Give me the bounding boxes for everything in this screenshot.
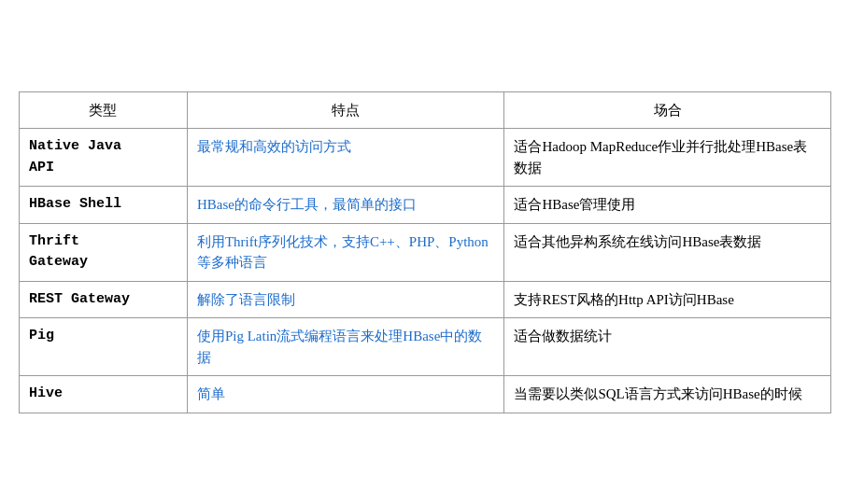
- cell-type: Native Java API: [20, 129, 188, 187]
- cell-feature: HBase的命令行工具，最简单的接口: [187, 187, 504, 224]
- cell-feature: 利用Thrift序列化技术，支持C++、PHP、Python等多种语言: [187, 223, 504, 281]
- cell-usecase: 适合HBase管理使用: [504, 187, 831, 224]
- table-row: HBase ShellHBase的命令行工具，最简单的接口适合HBase管理使用: [20, 187, 831, 224]
- cell-type: REST Gateway: [20, 281, 188, 318]
- cell-type: Hive: [20, 376, 188, 413]
- table-container: 类型 特点 场合 Native Java API最常规和高效的访问方式适合Had…: [19, 91, 831, 413]
- cell-usecase: 支持REST风格的Http API访问HBase: [504, 281, 831, 318]
- cell-type: Pig: [20, 318, 188, 376]
- table-row: Hive简单当需要以类似SQL语言方式来访问HBase的时候: [20, 376, 831, 413]
- cell-type: Thrift Gateway: [20, 223, 188, 281]
- table-row: Thrift Gateway利用Thrift序列化技术，支持C++、PHP、Py…: [20, 223, 831, 281]
- header-row: 类型 特点 场合: [20, 91, 831, 129]
- cell-usecase: 适合Hadoop MapReduce作业并行批处理HBase表数据: [504, 129, 831, 187]
- cell-feature: 最常规和高效的访问方式: [187, 129, 504, 187]
- cell-usecase: 适合其他异构系统在线访问HBase表数据: [504, 223, 831, 281]
- comparison-table: 类型 特点 场合 Native Java API最常规和高效的访问方式适合Had…: [19, 91, 831, 413]
- cell-feature: 简单: [187, 376, 504, 413]
- col-header-feature: 特点: [187, 91, 504, 129]
- table-row: REST Gateway解除了语言限制支持REST风格的Http API访问HB…: [20, 281, 831, 318]
- cell-type: HBase Shell: [20, 187, 188, 224]
- cell-feature: 解除了语言限制: [187, 281, 504, 318]
- cell-usecase: 适合做数据统计: [504, 318, 831, 376]
- col-header-type: 类型: [20, 91, 188, 129]
- col-header-usecase: 场合: [504, 91, 831, 129]
- table-row: Pig使用Pig Latin流式编程语言来处理HBase中的数据适合做数据统计: [20, 318, 831, 376]
- cell-feature: 使用Pig Latin流式编程语言来处理HBase中的数据: [187, 318, 504, 376]
- table-row: Native Java API最常规和高效的访问方式适合Hadoop MapRe…: [20, 129, 831, 187]
- cell-usecase: 当需要以类似SQL语言方式来访问HBase的时候: [504, 376, 831, 413]
